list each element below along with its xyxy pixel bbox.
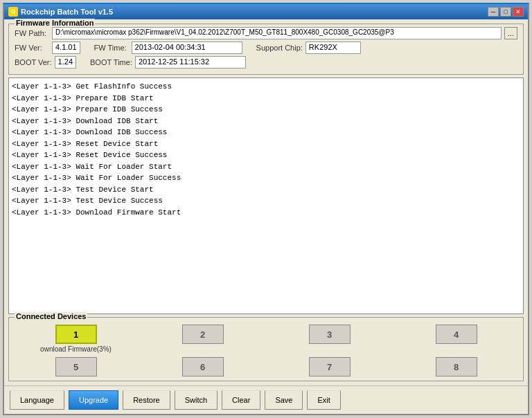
browse-button[interactable]: ...	[504, 27, 517, 39]
log-line: <Layer 1-1-3> Test Device Success	[12, 195, 520, 207]
title-bar: ⚙ Rockchip Batch Tool v1.5 ─ □ ✕	[4, 4, 528, 19]
device-cell: 3	[268, 325, 391, 353]
restore-button[interactable]: Restore	[123, 390, 170, 410]
window-controls: ─ □ ✕	[488, 7, 524, 17]
log-line: <Layer 1-1-3> Download IDB Start	[12, 116, 520, 127]
device-cell: 7	[268, 357, 391, 376]
log-line: <Layer 1-1-3> Wait For Loader Start	[12, 161, 520, 173]
content-area: Firmware Information FW Path: D:\microma…	[4, 19, 528, 385]
firmware-group-label: Firmware Information	[15, 19, 95, 27]
maximize-button[interactable]: □	[500, 7, 511, 17]
boot-time-value: 2012-12-25 11:15:32	[135, 56, 246, 69]
fw-path-row: FW Path: D:\micromax\micromax p362\Firmw…	[15, 27, 517, 39]
log-line: <Layer 1-1-3> Reset Device Start	[12, 138, 520, 150]
boot-time-field: BOOT Time: 2012-12-25 11:15:32	[90, 56, 246, 69]
exit-button[interactable]: Exit	[307, 390, 340, 410]
switch-button[interactable]: Switch	[175, 390, 218, 410]
support-chip-label: Support Chip:	[256, 44, 303, 52]
close-button[interactable]: ✕	[513, 7, 524, 17]
fw-time-value: 2013-02-04 00:34:31	[132, 42, 242, 54]
title-bar-left: ⚙ Rockchip Batch Tool v1.5	[8, 7, 113, 17]
support-chip-field: Support Chip: RK292X	[256, 42, 361, 54]
device-button-3[interactable]: 3	[309, 325, 351, 344]
bottom-bar: Language Upgrade Restore Switch Clear Sa…	[4, 385, 528, 414]
firmware-group: Firmware Information FW Path: D:\microma…	[8, 24, 524, 75]
fw-time-label: FW Time:	[94, 44, 129, 52]
boot-ver-field: BOOT Ver: 1.24	[15, 56, 76, 69]
device-cell: 4	[395, 325, 517, 353]
device-cell: 8	[395, 357, 517, 376]
log-line: <Layer 1-1-3> Download IDB Success	[12, 127, 520, 138]
boot-ver-label: BOOT Ver:	[15, 58, 52, 66]
log-line: <Layer 1-1-3> Wait For Loader Success	[12, 172, 520, 184]
device-button-5[interactable]: 5	[55, 357, 97, 376]
upgrade-button[interactable]: Upgrade	[69, 390, 118, 410]
fw-path-input[interactable]: D:\micromax\micromax p362\Firmware\V1_04…	[52, 27, 502, 39]
log-line: <Layer 1-1-3> Prepare IDB Start	[12, 93, 520, 104]
support-chip-value: RK292X	[305, 42, 361, 54]
device-button-4[interactable]: 4	[436, 325, 477, 344]
device-label-1: ownload Firmware(3%)	[40, 345, 112, 353]
log-line: <Layer 1-1-3> Get FlashInfo Success	[12, 81, 520, 93]
devices-grid: 1ownload Firmware(3%)2345678	[15, 325, 517, 376]
log-area: <Layer 1-1-3> Get FlashInfo Success<Laye…	[8, 78, 524, 314]
fw-time-field: FW Time: 2013-02-04 00:34:31	[94, 42, 242, 54]
device-cell: 5	[15, 357, 137, 376]
connected-devices-label: Connected Devices	[15, 312, 87, 320]
boot-time-label: BOOT Time:	[90, 58, 132, 66]
device-cell: 1ownload Firmware(3%)	[15, 325, 137, 353]
device-button-8[interactable]: 8	[436, 357, 477, 376]
device-cell: 2	[141, 325, 264, 353]
connected-devices-group: Connected Devices 1ownload Firmware(3%)2…	[8, 317, 524, 381]
log-line: <Layer 1-1-3> Download Firmware Start	[12, 207, 520, 219]
device-button-7[interactable]: 7	[309, 357, 351, 376]
fw-path-label: FW Path:	[15, 29, 49, 37]
save-button[interactable]: Save	[265, 390, 303, 410]
language-button[interactable]: Language	[10, 390, 64, 410]
device-cell: 6	[141, 357, 264, 376]
window-title: Rockchip Batch Tool v1.5	[21, 8, 113, 16]
fw-ver-label: FW Ver:	[15, 44, 49, 52]
fw-info-row-2: BOOT Ver: 1.24 BOOT Time: 2012-12-25 11:…	[15, 56, 517, 69]
log-line: <Layer 1-1-3> Reset Device Success	[12, 149, 520, 161]
minimize-button[interactable]: ─	[488, 7, 499, 17]
boot-ver-value: 1.24	[55, 56, 76, 69]
fw-ver-value: 4.1.01	[52, 42, 80, 54]
main-window: ⚙ Rockchip Batch Tool v1.5 ─ □ ✕ Firmwar…	[3, 3, 529, 415]
app-icon: ⚙	[8, 7, 18, 17]
device-button-1[interactable]: 1	[55, 325, 97, 344]
fw-ver-field: FW Ver: 4.1.01	[15, 42, 80, 54]
log-line: <Layer 1-1-3> Prepare IDB Success	[12, 104, 520, 116]
device-button-6[interactable]: 6	[182, 357, 224, 376]
clear-button[interactable]: Clear	[222, 390, 260, 410]
log-line: <Layer 1-1-3> Test Device Start	[12, 184, 520, 196]
fw-info-row-1: FW Ver: 4.1.01 FW Time: 2013-02-04 00:34…	[15, 42, 517, 54]
device-button-2[interactable]: 2	[182, 325, 224, 344]
